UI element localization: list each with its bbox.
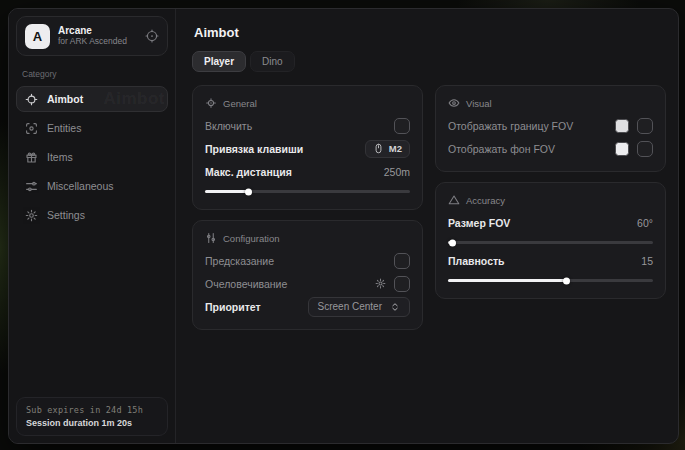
humanize-controls xyxy=(375,276,410,292)
priority-row: Приоритет Screen Center xyxy=(205,295,410,318)
keybind-row: Привязка клавиши M2 xyxy=(205,137,410,160)
sidebar-item-label: Settings xyxy=(47,209,85,221)
app-logo: A xyxy=(25,24,50,49)
fov-bg-label: Отображать фон FOV xyxy=(448,143,555,155)
sidebar: A Arcane for ARK Ascended Category xyxy=(9,9,176,443)
left-column: General Включить Привязка клавиши xyxy=(192,85,423,330)
prediction-checkbox[interactable] xyxy=(394,253,410,269)
sub-expiry-text: Sub expires in 24d 15h xyxy=(26,405,158,415)
brand-text: Arcane for ARK Ascended xyxy=(58,25,127,46)
card-title: Accuracy xyxy=(466,195,505,206)
accuracy-card-header: Accuracy xyxy=(448,194,653,206)
configuration-card: Configuration Предсказание Очеловечивани… xyxy=(192,220,423,330)
scan-icon xyxy=(25,122,38,135)
fov-border-row: Отображать границу FOV xyxy=(448,114,653,137)
priority-dropdown[interactable]: Screen Center xyxy=(308,297,410,317)
distance-value: 250m xyxy=(384,166,410,178)
smoothness-slider[interactable] xyxy=(448,279,653,282)
general-card-header: General xyxy=(205,97,410,109)
app-tagline: for ARK Ascended xyxy=(58,37,127,47)
smoothness-value: 15 xyxy=(641,255,653,267)
scope-icon xyxy=(205,97,217,109)
cards-grid: General Включить Привязка клавиши xyxy=(192,85,666,330)
sidebar-item-label: Aimbot xyxy=(47,93,83,105)
eye-icon xyxy=(448,97,460,109)
enable-row: Включить xyxy=(205,114,410,137)
sidebar-item-miscellaneous[interactable]: Miscellaneous xyxy=(16,173,168,199)
fov-size-value: 60° xyxy=(637,217,653,229)
visual-card-header: Visual xyxy=(448,97,653,109)
fov-bg-checkbox[interactable] xyxy=(637,141,653,157)
priority-label: Приоритет xyxy=(205,301,261,313)
fov-bg-color-swatch[interactable] xyxy=(615,142,629,156)
gear-icon xyxy=(25,209,38,222)
brand-card: A Arcane for ARK Ascended xyxy=(16,16,168,56)
smoothness-row: Плавность 15 xyxy=(448,249,653,272)
slider-fill xyxy=(448,279,567,282)
reticle-badge-icon[interactable] xyxy=(145,29,159,43)
card-title: General xyxy=(223,98,257,109)
category-nav: Aimbot Aimbot Entities xyxy=(16,86,168,231)
card-title: Visual xyxy=(466,98,492,109)
category-label: Category xyxy=(22,69,162,79)
priority-value: Screen Center xyxy=(318,301,382,312)
smoothness-label: Плавность xyxy=(448,255,505,267)
session-duration-text: Session duration 1m 20s xyxy=(26,418,158,428)
fov-border-label: Отображать границу FOV xyxy=(448,120,573,132)
gift-icon xyxy=(25,151,38,164)
tune-icon xyxy=(205,232,217,244)
crosshair-icon xyxy=(25,93,38,106)
humanize-settings-gear-icon[interactable] xyxy=(375,278,386,289)
session-info-card: Sub expires in 24d 15h Session duration … xyxy=(16,397,168,436)
ghost-watermark: Aimbot xyxy=(103,89,165,109)
triangle-icon xyxy=(448,194,460,206)
card-title: Configuration xyxy=(223,233,280,244)
fov-size-row: Размер FOV 60° xyxy=(448,211,653,234)
sidebar-item-label: Miscellaneous xyxy=(47,180,114,192)
distance-label: Макс. дистанция xyxy=(205,166,292,178)
fov-size-slider[interactable] xyxy=(448,241,653,244)
fov-bg-row: Отображать фон FOV xyxy=(448,137,653,160)
sidebar-item-label: Entities xyxy=(47,122,81,134)
page-title: Aimbot xyxy=(194,25,666,40)
tab-dino[interactable]: Dino xyxy=(250,51,295,72)
slider-fill xyxy=(205,190,248,193)
main-content: Aimbot Player Dino xyxy=(176,9,678,443)
visual-card: Visual Отображать границу FOV Отображать… xyxy=(435,85,666,172)
accuracy-card: Accuracy Размер FOV 60° Плавность 15 xyxy=(435,182,666,299)
prediction-label: Предсказание xyxy=(205,255,274,267)
sidebar-spacer xyxy=(16,231,168,397)
enable-label: Включить xyxy=(205,120,252,132)
keybind-label: Привязка клавиши xyxy=(205,143,303,155)
mouse-icon xyxy=(373,143,384,154)
distance-slider[interactable] xyxy=(205,190,410,193)
keybind-button[interactable]: M2 xyxy=(365,140,410,158)
sidebar-item-settings[interactable]: Settings xyxy=(16,202,168,228)
fov-size-label: Размер FOV xyxy=(448,217,510,229)
configuration-card-header: Configuration xyxy=(205,232,410,244)
sidebar-item-aimbot[interactable]: Aimbot Aimbot xyxy=(16,86,168,112)
desktop-background: A Arcane for ARK Ascended Category xyxy=(0,0,685,450)
tab-player[interactable]: Player xyxy=(192,51,246,72)
tab-bar: Player Dino xyxy=(192,51,666,72)
keybind-value: M2 xyxy=(389,143,402,154)
slider-fill xyxy=(448,241,452,244)
app-window: A Arcane for ARK Ascended Category xyxy=(8,8,679,444)
humanize-label: Очеловечивание xyxy=(205,278,287,290)
right-column: Visual Отображать границу FOV Отображать… xyxy=(435,85,666,299)
sliders-icon xyxy=(25,180,38,193)
sidebar-item-entities[interactable]: Entities xyxy=(16,115,168,141)
fov-border-color-swatch[interactable] xyxy=(615,119,629,133)
humanize-row: Очеловечивание xyxy=(205,272,410,295)
sidebar-item-label: Items xyxy=(47,151,73,163)
general-card: General Включить Привязка клавиши xyxy=(192,85,423,210)
distance-row: Макс. дистанция 250m xyxy=(205,160,410,183)
prediction-row: Предсказание xyxy=(205,249,410,272)
logo-letter: A xyxy=(33,29,42,44)
chevrons-up-down-icon xyxy=(390,302,400,312)
sidebar-item-items[interactable]: Items xyxy=(16,144,168,170)
fov-border-checkbox[interactable] xyxy=(637,118,653,134)
humanize-checkbox[interactable] xyxy=(394,276,410,292)
enable-checkbox[interactable] xyxy=(394,118,410,134)
fov-border-controls xyxy=(615,118,653,134)
